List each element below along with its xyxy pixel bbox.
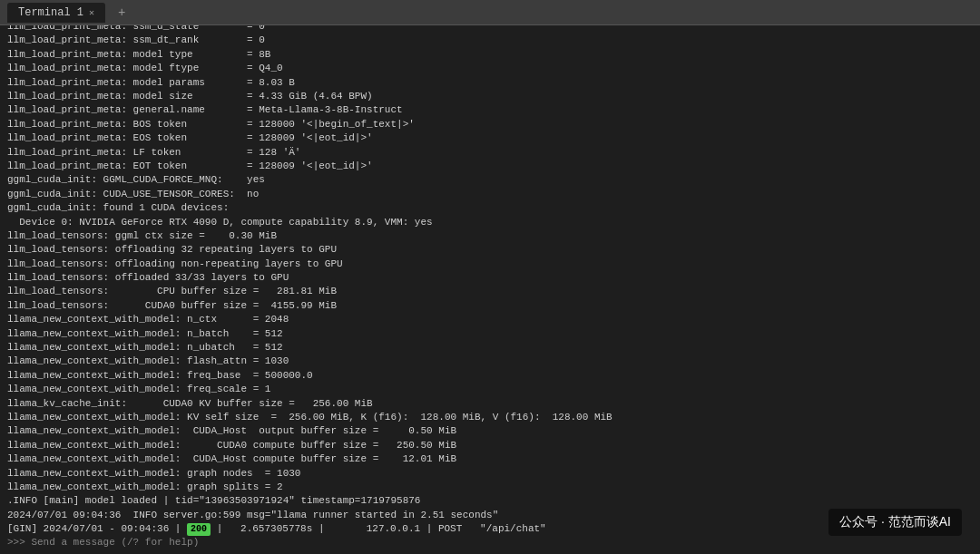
terminal-line: llm_load_tensors: CPU buffer size = 281.… <box>7 285 973 298</box>
terminal-line: llama_new_context_with_model: n_ctx = 20… <box>7 313 973 326</box>
terminal-line: llama_kv_cache_init: CUDA0 KV buffer siz… <box>7 397 973 411</box>
terminal-line: llama_new_context_with_model: CUDA_Host … <box>7 452 973 466</box>
terminal-line: ggml_cuda_init: GGML_CUDA_FORCE_MNQ: yes <box>7 173 973 187</box>
titlebar: Terminal 1 ✕ + <box>0 0 980 25</box>
terminal-prompt[interactable]: >>> Send a message (/? for help) <box>7 536 973 549</box>
terminal-line: llm_load_print_meta: LF token = 128 'Ä' <box>7 146 973 160</box>
terminal-line: llm_load_print_meta: model ftype = Q4_0 <box>7 62 973 75</box>
terminal-line: llm_load_tensors: CUDA0 buffer size = 41… <box>7 299 973 313</box>
terminal-tab-label: Terminal 1 <box>18 6 83 19</box>
terminal-line: 2024/07/01 09:04:36 INFO server.go:599 m… <box>7 509 973 522</box>
terminal-line: Device 0: NVIDIA GeForce RTX 4090 D, com… <box>7 216 973 229</box>
terminal-line: llama_new_context_with_model: flash_attn… <box>7 355 973 368</box>
terminal-line: llm_load_print_meta: ssm_d_state = 0 <box>7 25 973 34</box>
terminal-line: ggml_cuda_init: CUDA_USE_TENSOR_CORES: n… <box>7 188 973 201</box>
terminal-line: llm_load_tensors: offloaded 33/33 layers… <box>7 271 973 285</box>
terminal-line: llama_new_context_with_model: graph node… <box>7 467 973 481</box>
terminal-line: llama_new_context_with_model: freq_scale… <box>7 383 973 396</box>
terminal-line: llama_new_context_with_model: n_batch = … <box>7 327 973 341</box>
terminal-line: llm_load_tensors: offloading non-repeati… <box>7 258 973 271</box>
terminal-line: llama_new_context_with_model: CUDA0 comp… <box>7 439 973 452</box>
terminal-line: llm_load_print_meta: EOS token = 128009 … <box>7 131 973 145</box>
terminal-line: llama_new_context_with_model: n_ubatch =… <box>7 341 973 355</box>
terminal-line: llm_load_print_meta: BOS token = 128000 … <box>7 118 973 131</box>
terminal-line: ggml_cuda_init: found 1 CUDA devices: <box>7 201 973 215</box>
terminal-line: llm_load_print_meta: model params = 8.03… <box>7 76 973 90</box>
terminal-line: llama_new_context_with_model: freq_base … <box>7 369 973 383</box>
terminal-line: [GIN] 2024/07/01 - 09:04:36 | 200 | 2.65… <box>7 522 973 536</box>
terminal-line: llm_load_tensors: ggml ctx size = 0.30 M… <box>7 229 973 243</box>
terminal-line: llm_load_print_meta: EOT token = 128009 … <box>7 160 973 173</box>
terminal-tab[interactable]: Terminal 1 ✕ <box>7 3 105 23</box>
terminal-window: Terminal 1 ✕ + llm_load_print_meta: f_no… <box>0 0 980 554</box>
terminal-line: llama_new_context_with_model: graph spli… <box>7 481 973 494</box>
new-tab-button[interactable]: + <box>113 4 131 22</box>
tab-close-button[interactable]: ✕ <box>89 7 94 18</box>
terminal-line: llama_new_context_with_model: KV self si… <box>7 411 973 424</box>
terminal-line: llm_load_print_meta: model type = 8B <box>7 48 973 62</box>
terminal-line: .INFO [main] model loaded | tid="1396350… <box>7 494 973 508</box>
terminal-output[interactable]: llm_load_print_meta: f_norm_eps = 0.0e+0… <box>0 25 980 554</box>
terminal-line: llama_new_context_with_model: CUDA_Host … <box>7 424 973 438</box>
terminal-line: llm_load_tensors: offloading 32 repeatin… <box>7 243 973 257</box>
terminal-line: llm_load_print_meta: model size = 4.33 G… <box>7 90 973 103</box>
terminal-line: llm_load_print_meta: ssm_dt_rank = 0 <box>7 34 973 47</box>
terminal-line: llm_load_print_meta: general.name = Meta… <box>7 103 973 117</box>
